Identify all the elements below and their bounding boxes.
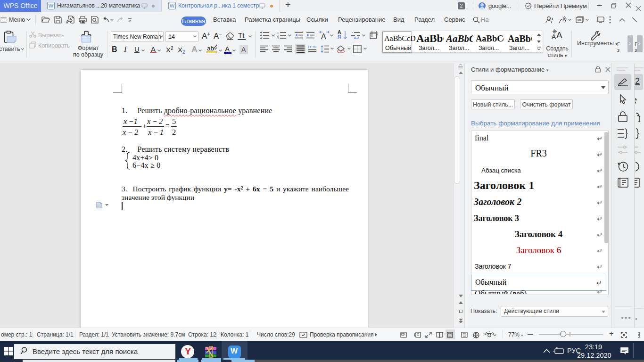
svg-text:3: 3	[277, 37, 279, 39]
